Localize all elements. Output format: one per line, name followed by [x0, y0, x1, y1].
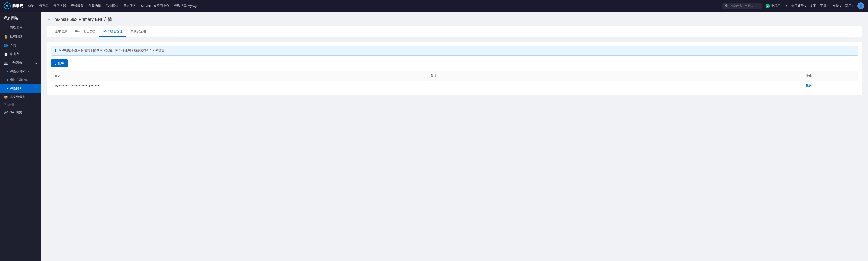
sidebar-item-eni-label: 弹性网卡: [10, 86, 22, 91]
ipnic-expand-icon: ▲: [35, 62, 37, 64]
search-bar[interactable]: 🔍: [722, 3, 762, 9]
nav-cls[interactable]: 日志服务: [123, 4, 136, 8]
logo-text: 腾讯云: [12, 4, 23, 8]
nav-right-section: 🔍 ✓ 小程序 ✉ 集团账号 ▾ 备案 工具 ▾ 支持 ▾ 费用 ▾ 👤: [722, 2, 864, 9]
tools-dropdown-arrow: ▾: [828, 5, 829, 7]
miniapp-btn[interactable]: ✓ 小程序: [766, 4, 780, 8]
beian-link[interactable]: 备案: [810, 4, 816, 8]
tab-security[interactable]: 关联安全组: [126, 26, 150, 37]
fee-dropdown-arrow: ▾: [852, 5, 854, 7]
eip-dot: [7, 71, 8, 72]
tab-basic[interactable]: 基本信息: [51, 26, 71, 37]
eip-external-icon: ↗: [27, 70, 29, 73]
cell-ipv6-address: 2c**:**** 1**:***.**** 4**-***: [55, 84, 430, 88]
miniapp-icon: ✓: [766, 4, 770, 8]
vpc-icon: 🔒: [4, 35, 8, 39]
fee-label: 费用: [845, 4, 851, 8]
sidebar-section-main: ⊞ 网络拓扑 🔒 私有网络 🌐 子网 📋 路由表 💻 IP与网卡 ▲: [0, 24, 41, 117]
sidebar-item-vpc[interactable]: 🔒 私有网络: [0, 32, 41, 41]
eipv6-dot: [7, 79, 8, 81]
content-card: ℹ IPv6地址不占用弹性网卡的内网IP配额。每个弹性网卡最多支持1个IPv6地…: [47, 42, 862, 95]
sidebar-title: 私有网络: [0, 12, 41, 24]
sidebar-item-natgw[interactable]: 🔗 NAT网关: [0, 108, 41, 117]
fee-dropdown[interactable]: 费用 ▾: [845, 4, 854, 8]
sidebar-item-topology-label: 网络拓扑: [10, 26, 22, 30]
tab-ipv6[interactable]: IPv6 地址管理: [99, 26, 127, 37]
nav-more[interactable]: ...: [203, 4, 206, 8]
nav-products[interactable]: 云产品: [39, 4, 49, 8]
sharedflow-icon: 📦: [4, 95, 8, 99]
tools-dropdown[interactable]: 工具 ▾: [820, 4, 829, 8]
sidebar: 私有网络 ⊞ 网络拓扑 🔒 私有网络 🌐 子网 📋 路由表 💻 IP与网卡 ▲: [0, 12, 41, 261]
sidebar-item-subnet[interactable]: 🌐 子网: [0, 41, 41, 50]
sidebar-item-subnet-label: 子网: [10, 43, 16, 47]
col-note: 备注: [430, 74, 806, 78]
nav-clb[interactable]: 负载均衡: [88, 4, 101, 8]
info-text: IPv6地址不占用弹性网卡的内网IP配额。每个弹性网卡最多支持1个IPv6地址。: [59, 48, 167, 53]
main-content: ← ins-hskk5i9x Primary ENI 详情 基本信息 IPv4 …: [41, 12, 868, 261]
sidebar-item-natgw-label: NAT网关: [10, 110, 22, 115]
sidebar-item-ipnic-label: IP与网卡: [10, 61, 22, 65]
account-dropdown[interactable]: 集团账号 ▾: [791, 4, 806, 8]
support-dropdown[interactable]: 支持 ▾: [833, 4, 841, 8]
nav-overview[interactable]: 总览: [28, 4, 34, 8]
sidebar-item-eipv6[interactable]: 弹性公网IPv6: [0, 76, 41, 84]
sidebar-item-eip[interactable]: 弹性公网IP ↗: [0, 67, 41, 76]
cell-action: 释放: [806, 84, 854, 88]
sidebar-item-eipv6-label: 弹性公网IPv6: [10, 78, 28, 82]
miniapp-label: 小程序: [771, 4, 780, 8]
eni-dot: [7, 88, 8, 89]
topology-icon: ⊞: [4, 26, 8, 30]
nav-mysql[interactable]: 云数据库 MySQL: [174, 4, 198, 8]
support-label: 支持: [833, 4, 839, 8]
nav-links: 总览 云产品 云服务器 容器服务 负载均衡 私有网络 日志服务 Serverle…: [28, 4, 717, 8]
routetable-icon: 📋: [4, 52, 8, 56]
nav-cvm[interactable]: 云服务器: [53, 4, 66, 8]
tencent-cloud-logo: [4, 2, 11, 9]
tools-label: 工具: [820, 4, 827, 8]
mail-icon[interactable]: ✉: [784, 4, 787, 8]
search-icon: 🔍: [725, 4, 729, 8]
table-header: IPv6 备注 操作: [51, 71, 858, 81]
ip-quota-link[interactable]: IP配额: [103, 48, 112, 52]
user-avatar[interactable]: 👤: [857, 2, 864, 9]
subnet-icon: 🌐: [4, 43, 8, 47]
search-input[interactable]: [730, 4, 759, 7]
sidebar-item-routetable-label: 路由表: [10, 52, 19, 56]
page-title: ins-hskk5i9x Primary ENI 详情: [53, 17, 112, 22]
support-dropdown-arrow: ▾: [840, 5, 841, 7]
avatar-icon: 👤: [859, 4, 863, 7]
sidebar-item-topology[interactable]: ⊞ 网络拓扑: [0, 24, 41, 32]
allocate-ip-button[interactable]: 分配IP: [51, 59, 68, 67]
back-button[interactable]: ←: [47, 17, 51, 22]
col-ipv6: IPv6: [55, 74, 430, 78]
release-link[interactable]: 释放: [806, 84, 812, 88]
info-text-after: 。每个弹性网卡最多支持1个IPv6地址。: [112, 48, 167, 52]
sidebar-item-routetable[interactable]: 📋 路由表: [0, 50, 41, 59]
cell-note: -: [430, 84, 806, 88]
tab-ipv4[interactable]: IPv4 地址管理: [71, 26, 99, 37]
nav-container[interactable]: 容器服务: [71, 4, 84, 8]
info-banner: ℹ IPv6地址不占用弹性网卡的内网IP配额。每个弹性网卡最多支持1个IPv6地…: [51, 45, 858, 56]
info-text-before: IPv6地址不占用弹性网卡的内网: [59, 48, 103, 52]
ipv6-value: 2c**:**** 1**:***.**** 4**-***: [55, 84, 99, 88]
sidebar-item-eni[interactable]: 弹性网卡: [0, 84, 41, 93]
sidebar-item-sharedflow[interactable]: 📦 共享流量包: [0, 93, 41, 101]
page-header: ← ins-hskk5i9x Primary ENI 详情: [47, 17, 862, 22]
tab-bar: 基本信息 IPv4 地址管理 IPv6 地址管理 关联安全组: [47, 26, 862, 37]
account-label: 集团账号: [791, 4, 804, 8]
account-dropdown-arrow: ▾: [805, 5, 806, 7]
nav-serverless[interactable]: Serverless 应用中心: [141, 4, 169, 8]
sidebar-item-vpc-label: 私有网络: [10, 34, 22, 39]
nav-vpc[interactable]: 私有网络: [106, 4, 119, 8]
top-navigation: 腾讯云 总览 云产品 云服务器 容器服务 负载均衡 私有网络 日志服务 Serv…: [0, 0, 868, 12]
main-layout: 私有网络 ⊞ 网络拓扑 🔒 私有网络 🌐 子网 📋 路由表 💻 IP与网卡 ▲: [0, 12, 868, 261]
sidebar-item-eip-label: 弹性公网IP: [10, 69, 25, 73]
sidebar-item-ipnic[interactable]: 💻 IP与网卡 ▲: [0, 59, 41, 67]
logo[interactable]: 腾讯云: [4, 2, 23, 9]
table-row: 2c**:**** 1**:***.**** 4**-*** - 释放: [51, 81, 858, 91]
ipnic-icon: 💻: [4, 61, 8, 65]
sidebar-section-netconn: 网络连接: [0, 101, 41, 108]
ipv6-table: IPv6 备注 操作 2c**:**** 1**:***.**** 4**-**…: [51, 71, 858, 91]
col-action: 操作: [806, 74, 854, 78]
